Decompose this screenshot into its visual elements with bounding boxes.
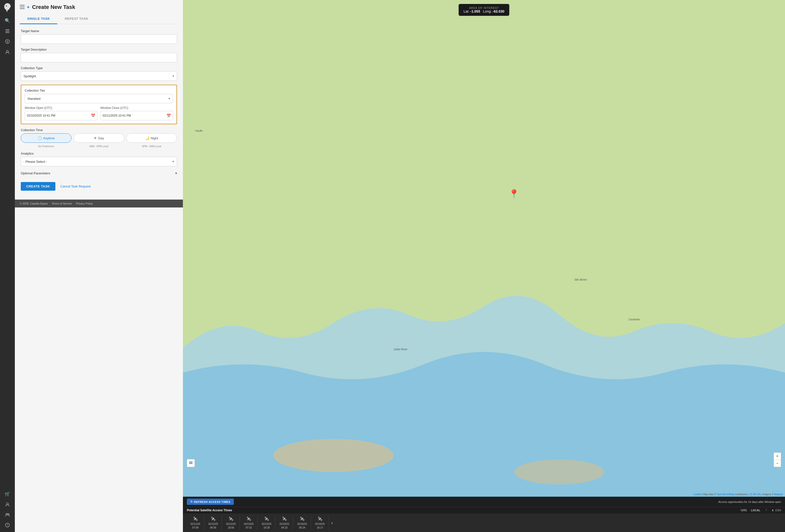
window-close-label: Window Close (UTC) — [100, 106, 173, 110]
day-label: Day — [98, 136, 104, 140]
tasks-sidebar-icon[interactable] — [3, 27, 12, 35]
day-sublabel: 6AM - 6PM Local — [73, 145, 124, 148]
map-area[interactable]: AREA OF INTEREST Lat: -1.055 Long: -62.0… — [183, 0, 785, 497]
terms-link[interactable]: Terms of Service — [52, 202, 72, 205]
map-pin: 📍 — [508, 190, 520, 198]
collection-tier-select[interactable]: Standard Priority Flexible — [25, 94, 173, 103]
cancel-task-link[interactable]: Cancel Task Request — [60, 185, 91, 188]
local-info-icon[interactable]: ? — [765, 509, 767, 512]
menu-toggle-icon[interactable]: + — [20, 4, 30, 10]
anytime-btn[interactable]: 🕐 Anytime — [21, 133, 71, 143]
refresh-icon: ↻ — [190, 500, 193, 503]
mapbox-link[interactable]: Mapbox — [774, 493, 783, 496]
collection-type-select[interactable]: Spotlight Stripmap Sliding Spotlight — [21, 71, 177, 81]
night-icon: 🌙 — [145, 136, 149, 140]
svg-rect-17 — [189, 462, 193, 463]
account-sidebar-icon[interactable] — [3, 47, 12, 56]
time-sublabels: No Preference 6AM - 6PM Local 6PM - 6AM … — [21, 145, 177, 148]
satellite-panel: ↻ REFRESH ACCESS TIMES Access opportunit… — [183, 497, 785, 532]
sat-icon-0: 🛰 — [193, 516, 198, 522]
night-btn[interactable]: 🌙 Night — [126, 133, 177, 143]
window-open-field: Window Open (UTC) 📅 — [25, 106, 97, 120]
optional-params-toggle[interactable]: Optional Parameters ▾ — [21, 170, 177, 176]
copyright-text: © 2025, Capella Space — [20, 202, 48, 205]
day-icon: ☀ — [94, 136, 97, 140]
window-open-input[interactable] — [25, 111, 89, 120]
collection-type-select-wrapper: Spotlight Stripmap Sliding Spotlight ▾ — [21, 71, 177, 81]
sat-time-4: 🛰 02/13/25 19:28 — [258, 515, 275, 530]
svg-point-8 — [6, 513, 7, 515]
osm-link[interactable]: OpenStreetMap — [717, 493, 734, 496]
map-zoom-controls: + − — [774, 452, 781, 467]
main-content: + Create New Task SINGLE TASK REPEAT TAS… — [15, 0, 785, 532]
tab-single-task[interactable]: SINGLE TASK — [20, 14, 57, 24]
profile-sidebar-icon[interactable] — [3, 500, 12, 509]
sat-time-3: 🛰 02/13/25 07:32 — [240, 515, 257, 530]
target-name-input[interactable] — [21, 34, 177, 44]
search-sidebar-icon[interactable]: 🔍 — [3, 16, 12, 25]
optional-params-chevron-icon: ▾ — [175, 171, 177, 175]
window-close-input-wrapper: 📅 — [100, 111, 173, 120]
window-open-input-wrapper: 📅 — [25, 111, 97, 120]
lat-label: Lat: — [463, 9, 469, 14]
collection-time-field: Collection Time 🕐 Anytime ☀ Day 🌙 Nigh — [21, 128, 177, 148]
zoom-in-button[interactable]: + — [774, 453, 781, 460]
form-footer: © 2025, Capella Space Terms of Service P… — [15, 200, 183, 208]
analytics-select[interactable]: - Please Select - — [21, 157, 177, 166]
csv-download-button[interactable]: ⬇ .CSV — [771, 509, 781, 512]
leaflet-link[interactable]: Leaflet — [694, 493, 701, 496]
aoi-title: AREA OF INTEREST — [463, 6, 504, 9]
map-layers-button[interactable] — [187, 459, 195, 467]
sat-date-4: 02/13/25 — [262, 523, 271, 525]
collection-tier-field: Collection Tier Standard Priority Flexib… — [25, 89, 173, 103]
analytics-select-wrapper: - Please Select - ▾ — [21, 157, 177, 166]
svg-text:$: $ — [7, 40, 8, 43]
access-times-row: Potential Satellite Access Times ? UTC L… — [183, 507, 785, 513]
ccbysa-link[interactable]: CC-BY-SA — [749, 493, 761, 496]
cart-sidebar-icon[interactable]: 🛒 — [3, 489, 12, 498]
target-description-field: Target Description — [21, 48, 177, 62]
target-description-input[interactable] — [21, 53, 177, 62]
satellite-times-scroll[interactable]: 🛰 02/11/25 07:09 🛰 02/12/25 06:56 🛰 02/1… — [183, 513, 785, 532]
svg-point-0 — [6, 5, 7, 6]
aoi-badge: AREA OF INTEREST Lat: -1.055 Long: -62.0… — [458, 4, 509, 16]
map-label-saobento: São Bento — [574, 278, 587, 281]
team-sidebar-icon[interactable] — [3, 510, 12, 519]
svg-rect-14 — [20, 8, 25, 9]
day-btn[interactable]: ☀ Day — [73, 133, 124, 143]
aoi-coordinates: Lat: -1.055 Long: -62.030 — [463, 9, 504, 14]
access-times-label: Potential Satellite Access Times — [187, 508, 738, 512]
logo[interactable] — [2, 2, 12, 12]
window-open-calendar-icon[interactable]: 📅 — [89, 114, 97, 117]
collection-time-buttons: 🕐 Anytime ☀ Day 🌙 Night — [21, 133, 177, 143]
sat-icon-2: 🛰 — [229, 516, 233, 522]
sat-icon-1: 🛰 — [211, 516, 216, 522]
tab-repeat-task[interactable]: REPEAT TASK — [57, 14, 96, 24]
sat-time-5: 🛰 02/16/25 04:23 — [276, 515, 293, 530]
csv-label: .CSV — [775, 509, 781, 512]
sat-time-val-6: 05:24 — [299, 526, 305, 529]
sat-time-6: 🛰 02/16/25 05:24 — [294, 515, 311, 530]
sat-next-button[interactable]: › — [329, 520, 335, 526]
sat-time-2: 🛰 02/12/25 18:50 — [223, 515, 240, 530]
analytics-field: Analytics - Please Select - ▾ — [21, 152, 177, 166]
satellite-header: ↻ REFRESH ACCESS TIMES Access opportunit… — [183, 497, 785, 507]
window-close-calendar-icon[interactable]: 📅 — [164, 114, 173, 117]
action-row: CREATE TASK Cancel Task Request — [21, 180, 177, 195]
zoom-out-button[interactable]: − — [774, 460, 781, 467]
refresh-access-times-button[interactable]: ↻ REFRESH ACCESS TIMES — [187, 499, 234, 505]
page-title: Create New Task — [32, 4, 75, 10]
sat-time-0: 🛰 02/11/25 07:09 — [187, 515, 204, 530]
create-task-button[interactable]: CREATE TASK — [21, 182, 55, 191]
window-close-input[interactable] — [101, 111, 164, 120]
privacy-link[interactable]: Privacy Policy — [76, 202, 93, 205]
svg-rect-3 — [5, 32, 9, 33]
help-sidebar-icon[interactable]: ? — [3, 521, 12, 530]
billing-sidebar-icon[interactable]: $ — [3, 37, 12, 46]
map-panel: AREA OF INTEREST Lat: -1.055 Long: -62.0… — [183, 0, 785, 532]
sat-date-6: 02/16/25 — [297, 523, 307, 525]
access-times-controls: UTC LOCAL ? ⬇ .CSV — [741, 509, 781, 512]
long-label: Long: — [483, 9, 491, 14]
sat-icon-7: 🛰 — [318, 516, 322, 522]
refresh-btn-label: REFRESH ACCESS TIMES — [194, 500, 231, 503]
